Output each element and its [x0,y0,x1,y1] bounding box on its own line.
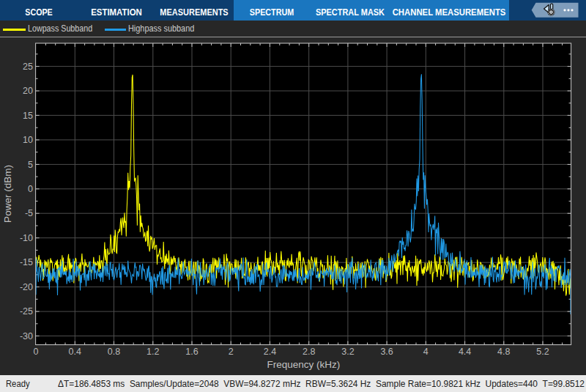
svg-text:-10: -10 [20,233,33,243]
svg-text:3.2: 3.2 [341,347,354,357]
svg-text:-25: -25 [20,306,33,317]
svg-text:10: 10 [23,135,33,145]
svg-text:1.2: 1.2 [146,347,159,357]
svg-text:20: 20 [23,86,33,96]
svg-text:-30: -30 [20,331,33,341]
svg-text:4.4: 4.4 [459,347,471,357]
svg-text:5: 5 [28,160,33,170]
svg-text:4: 4 [423,347,429,357]
svg-text:15: 15 [23,111,33,121]
svg-text:0.8: 0.8 [108,347,120,357]
svg-text:1.6: 1.6 [185,347,198,357]
svg-text:0: 0 [34,347,39,357]
svg-text:4.8: 4.8 [497,347,510,357]
svg-text:0: 0 [28,184,33,194]
svg-text:2: 2 [229,347,234,357]
svg-text:-20: -20 [20,282,33,292]
svg-text:2.4: 2.4 [264,347,276,357]
svg-text:Frequency (kHz): Frequency (kHz) [267,359,340,370]
svg-text:Power (dBm): Power (dBm) [2,165,13,223]
svg-text:5.2: 5.2 [536,347,549,357]
svg-text:0.4: 0.4 [69,347,81,357]
svg-text:25: 25 [23,62,33,72]
svg-text:3.6: 3.6 [380,347,393,357]
svg-text:-15: -15 [20,257,33,267]
svg-text:-5: -5 [25,208,33,218]
svg-text:2.8: 2.8 [303,347,315,357]
